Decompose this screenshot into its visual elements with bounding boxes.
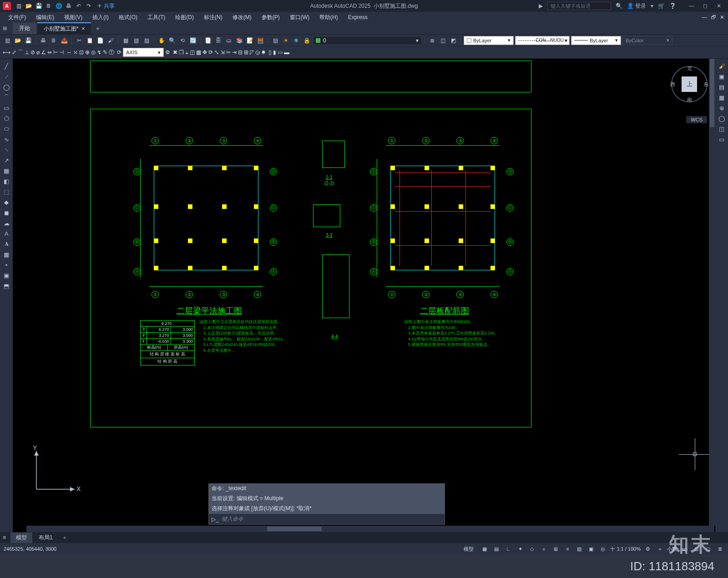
layout-menu-icon[interactable]: ≡ (3, 534, 6, 541)
lock-icon[interactable]: 🔒 (302, 36, 311, 45)
break-icon[interactable]: ⊟ (238, 49, 243, 56)
polar-icon[interactable]: ✦ (516, 544, 525, 553)
menu-insert[interactable]: 插入(I) (88, 12, 113, 23)
tab-model[interactable]: 模型 (10, 532, 32, 543)
gradient-icon[interactable]: ◧ (1, 177, 11, 186)
explode-icon[interactable]: ✸ (261, 49, 266, 56)
login-button[interactable]: 👤 登录 (627, 2, 646, 10)
table-icon[interactable]: ▦ (1, 250, 11, 259)
hatch-icon[interactable]: ▩ (1, 166, 11, 175)
group-icon[interactable]: ▧ (131, 36, 141, 45)
r-icon8[interactable]: ▭ (717, 135, 727, 144)
share-button[interactable]: ✈ 共享 (97, 2, 115, 10)
tab-layout1[interactable]: 布局1 (33, 532, 58, 543)
brush-icon[interactable]: 🖌 (717, 61, 727, 71)
copy-icon[interactable]: 📋 (85, 36, 94, 45)
menu-format[interactable]: 格式(O) (114, 12, 142, 23)
open2-icon[interactable]: 📂 (13, 36, 22, 45)
copy2-icon[interactable]: ❐ (179, 49, 184, 56)
polygon-icon[interactable]: ⬠ (1, 114, 11, 123)
exchange-icon[interactable]: 🛒 (658, 3, 665, 9)
dim-space-icon[interactable]: ↔ (66, 49, 72, 56)
undo-icon[interactable]: ↶ (75, 2, 83, 10)
circle-icon[interactable]: ◯ (1, 82, 11, 91)
color-dropdown[interactable]: ByLayer▾ (464, 36, 514, 45)
search-input[interactable]: 键入关键字或短语 (547, 2, 611, 10)
mirror-icon[interactable]: ⟁ (185, 49, 188, 56)
help-icon[interactable]: ❔ (669, 3, 676, 9)
freeze-icon[interactable]: ❄ (292, 36, 301, 45)
layer-iso-icon[interactable]: ◫ (438, 36, 447, 45)
print-icon[interactable]: 🖶 (39, 36, 48, 45)
gear-icon[interactable]: ⚙ (643, 544, 652, 553)
open-icon[interactable]: 📂 (25, 2, 33, 10)
xline-icon[interactable]: ⟍ (1, 145, 11, 154)
tab-file-active[interactable]: 小别墅施工图* × (37, 22, 91, 35)
dim-linear-icon[interactable]: ⟷ (3, 49, 10, 56)
save2-icon[interactable]: 💾 (24, 36, 33, 45)
layers-icon[interactable]: ▤ (271, 36, 280, 45)
anno-scale[interactable]: 十 1:1 / 100% (610, 546, 641, 553)
block2-icon[interactable]: ▣ (1, 271, 11, 280)
center-icon[interactable]: ⊕ (85, 49, 90, 56)
orbit-icon[interactable]: ⟲ (178, 36, 187, 45)
redo-icon[interactable]: ↷ (85, 2, 93, 10)
status-model[interactable]: 模型 (460, 545, 477, 553)
ungroup-icon[interactable]: ▨ (142, 36, 151, 45)
pline-icon[interactable]: ⟋ (1, 72, 11, 81)
lineweight-dropdown[interactable]: ByLayer▾ (571, 36, 621, 45)
menu-param[interactable]: 参数(P) (257, 12, 284, 23)
join-icon[interactable]: ⊞ (244, 49, 248, 56)
doc-min-icon[interactable]: — (702, 14, 707, 20)
dim-dia-icon[interactable]: ⌀ (36, 49, 40, 56)
maximize-icon[interactable]: ◻ (699, 1, 712, 10)
layer-prev-icon[interactable]: ◩ (449, 36, 458, 45)
qc-icon[interactable]: 🧮 (256, 36, 265, 45)
grid-icon[interactable]: ▦ (480, 544, 489, 553)
search-caret-icon[interactable]: ▶ (539, 3, 543, 9)
move-icon[interactable]: ✥ (202, 49, 207, 56)
ssm-icon[interactable]: 📚 (235, 36, 244, 45)
osnap-icon[interactable]: ◇ (527, 544, 536, 553)
snap-icon[interactable]: ▤ (492, 544, 501, 553)
lwt-icon[interactable]: ≡ (563, 544, 572, 553)
wipeout-icon[interactable]: ◼ (1, 208, 11, 217)
above-icon[interactable]: ▬ (284, 49, 289, 56)
mtext-icon[interactable]: 𝐀 (1, 239, 11, 248)
array-icon[interactable]: ▦ (196, 49, 201, 56)
custom-icon[interactable]: ≣ (715, 544, 724, 553)
sc-icon[interactable]: ◎ (598, 544, 607, 553)
linetype-dropdown[interactable]: CON…NUOU▾ (515, 36, 570, 45)
menu-view[interactable]: 视图(V) (60, 12, 87, 23)
vertical-scrollbar[interactable] (709, 59, 715, 526)
otrack-icon[interactable]: ⟡ (539, 544, 548, 553)
save-icon[interactable]: 💾 (35, 2, 43, 10)
dim-edit-icon[interactable]: ✎ (103, 49, 107, 56)
dim-tedit-icon[interactable]: Ⓣ (109, 49, 114, 56)
region-icon[interactable]: ◆ (1, 198, 11, 207)
paste-icon[interactable]: 📄 (96, 36, 105, 45)
minimize-icon[interactable]: — (685, 1, 698, 10)
trim-icon[interactable]: ✂ (226, 49, 231, 56)
add-scale-icon[interactable]: ＋ (655, 544, 664, 553)
layer-mgr-icon[interactable]: ≣ (428, 36, 437, 45)
command-line[interactable]: 命令: _textedit 当前设置: 编辑模式 = Multiple 选择注释… (208, 483, 445, 525)
web-icon[interactable]: 🌐 (55, 2, 63, 10)
qp-icon[interactable]: ▣ (586, 544, 596, 553)
dim-radius-icon[interactable]: ⊘ (30, 49, 35, 56)
ellipse-icon[interactable]: ⬭ (1, 124, 11, 133)
dyn-icon[interactable]: ⊞ (551, 544, 560, 553)
ray-icon[interactable]: ↗ (1, 156, 11, 165)
dc-icon[interactable]: 🗄 (214, 36, 223, 45)
extend-icon[interactable]: ⇥ (232, 49, 237, 56)
boundary-icon[interactable]: ⬚ (1, 187, 11, 196)
menu-modify[interactable]: 修改(M) (228, 12, 256, 23)
scale-icon[interactable]: ⤡ (214, 49, 219, 56)
rotate-icon[interactable]: ⟳ (208, 49, 213, 56)
dim-arc-icon[interactable]: ⌒ (18, 49, 23, 56)
plot-icon[interactable]: 🖶 (65, 2, 73, 10)
line-icon[interactable]: ╱ (1, 61, 11, 71)
menu-draw[interactable]: 绘图(D) (171, 12, 198, 23)
command-prompt[interactable]: 键入命令 (222, 515, 243, 523)
dim-aligned-icon[interactable]: ⤢ (12, 49, 16, 56)
